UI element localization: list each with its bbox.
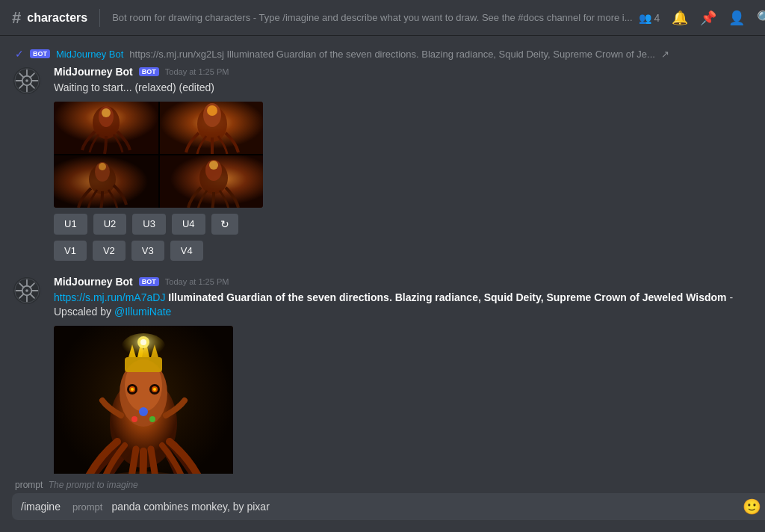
message-1-header: MidJourney Bot BOT Today at 1:25 PM xyxy=(54,66,765,78)
u4-button[interactable]: U4 xyxy=(172,214,205,235)
svg-point-57 xyxy=(139,407,148,416)
image-link[interactable]: https://s.mj.run/mA7aDJ xyxy=(54,291,165,303)
slash-command-label: /imagine xyxy=(21,493,66,520)
upscaled-image: mj xyxy=(54,326,233,474)
v2-button[interactable]: V2 xyxy=(93,241,126,261)
emoji-button[interactable]: 🙂 xyxy=(740,495,764,519)
header-icons: 👥 4 🔔 📌 👤 🔍 xyxy=(639,10,765,26)
svg-point-18 xyxy=(207,105,217,116)
upscaler-mention[interactable]: @IllumiNate xyxy=(114,306,171,318)
bot-badge: BOT xyxy=(139,67,159,76)
message-author: MidJourney Bot xyxy=(54,66,133,78)
svg-point-50 xyxy=(140,339,146,345)
message-author-upscaled: MidJourney Bot xyxy=(54,276,133,288)
message-time: Today at 1:25 PM xyxy=(165,67,229,76)
svg-point-14 xyxy=(102,108,111,117)
channel-header: # characters Bot room for drawing charac… xyxy=(0,0,765,36)
v4-button[interactable]: V4 xyxy=(170,241,203,261)
check-circle-icon: ✓ xyxy=(15,48,24,60)
svg-point-29 xyxy=(25,289,28,292)
bot-avatar-upscaled xyxy=(12,276,42,306)
main-content: # characters Bot room for drawing charac… xyxy=(0,0,765,532)
octopus-artwork: mj xyxy=(54,326,233,474)
bot-badge-notification: BOT xyxy=(30,49,50,58)
prompt-label-text: prompt xyxy=(15,480,43,490)
prompt-hint-text: The prompt to imagine xyxy=(49,480,138,490)
notification-text: https://s.mj.run/xg2Lsj Illuminated Guar… xyxy=(129,49,655,60)
message-1-content: MidJourney Bot BOT Today at 1:25 PM Wait… xyxy=(54,66,765,261)
prompt-field-label: prompt xyxy=(66,494,108,520)
svg-point-2 xyxy=(25,79,28,82)
image-desc-bold: Illuminated Guardian of the seven direct… xyxy=(168,291,726,303)
add-member-icon[interactable]: 👤 xyxy=(728,10,745,26)
variation-button-row: V1 V2 V3 V4 xyxy=(54,241,765,261)
external-link-icon: ↗ xyxy=(661,49,669,60)
bell-icon[interactable]: 🔔 xyxy=(672,10,688,26)
channel-hash-icon: # xyxy=(12,10,21,26)
prompt-input[interactable] xyxy=(108,493,740,520)
message-1-upscaled: MidJourney Bot BOT Today at 1:25 PM http… xyxy=(12,276,765,474)
grid-image-bl xyxy=(54,155,158,208)
svg-point-56 xyxy=(153,388,156,391)
ship-wheel-svg xyxy=(13,66,40,96)
message-upscaled-header: MidJourney Bot BOT Today at 1:25 PM xyxy=(54,276,765,288)
bot-avatar-1 xyxy=(12,66,42,96)
message-status: Waiting to start... (relaxed) (edited) xyxy=(54,81,765,96)
svg-point-58 xyxy=(131,416,137,422)
upscaled-image-container: mj Make Variations xyxy=(54,326,765,474)
bot-badge-upscaled: BOT xyxy=(139,277,159,286)
message-link-text: https://s.mj.run/mA7aDJ Illuminated Guar… xyxy=(54,291,765,320)
input-wrapper: /imagine prompt 🙂 xyxy=(12,493,765,520)
message-time-upscaled: Today at 1:25 PM xyxy=(165,277,229,286)
pin-icon[interactable]: 📌 xyxy=(700,10,716,26)
u1-button[interactable]: U1 xyxy=(54,214,87,235)
message-upscaled-content: MidJourney Bot BOT Today at 1:25 PM http… xyxy=(54,276,765,474)
bot-notification-1: ✓ BOT MidJourney Bot https://s.mj.run/xg… xyxy=(12,48,765,60)
image-grid-container xyxy=(54,102,765,208)
grid-image-tl xyxy=(54,102,158,154)
image-grid xyxy=(54,102,263,208)
grid-image-tr xyxy=(160,102,263,154)
svg-point-55 xyxy=(131,388,134,391)
svg-point-22 xyxy=(99,163,106,170)
v1-button[interactable]: V1 xyxy=(54,241,87,261)
member-count[interactable]: 👥 4 xyxy=(639,12,660,24)
upscale-button-row: U1 U2 U3 U4 ↻ xyxy=(54,214,765,235)
message-1: MidJourney Bot BOT Today at 1:25 PM Wait… xyxy=(12,66,765,261)
input-area: prompt The prompt to imagine /imagine pr… xyxy=(0,474,765,532)
notification-link[interactable]: MidJourney Bot xyxy=(56,49,123,60)
grid-image-br xyxy=(160,155,263,208)
channel-topic: Bot room for drawing characters - Type /… xyxy=(112,12,632,23)
u3-button[interactable]: U3 xyxy=(132,214,166,235)
prompt-hint-label: prompt The prompt to imagine xyxy=(12,480,765,490)
channel-header-name: characters xyxy=(27,11,87,25)
header-divider xyxy=(99,9,100,27)
refresh-button[interactable]: ↻ xyxy=(211,214,238,235)
v3-button[interactable]: V3 xyxy=(131,241,164,261)
svg-point-59 xyxy=(149,416,155,422)
u2-button[interactable]: U2 xyxy=(93,214,127,235)
svg-point-26 xyxy=(209,161,218,170)
messages-area: ✓ BOT MidJourney Bot https://s.mj.run/xg… xyxy=(0,36,765,474)
search-icon[interactable]: 🔍 xyxy=(757,10,765,26)
members-icon: 👥 xyxy=(639,12,651,24)
member-count-value: 4 xyxy=(654,12,660,24)
